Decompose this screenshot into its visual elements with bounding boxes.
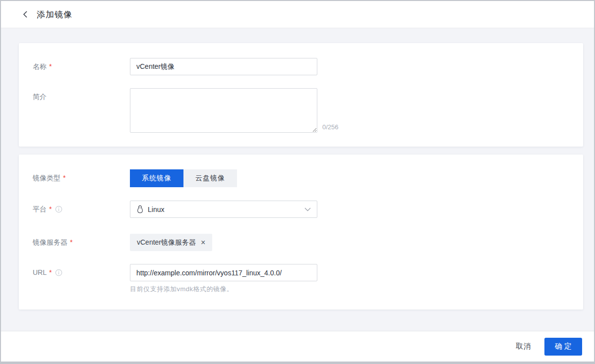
- char-counter: 0/256: [322, 123, 339, 133]
- info-icon[interactable]: [55, 269, 62, 276]
- platform-select-value: Linux: [148, 206, 300, 213]
- description-field-wrap: 0/256: [130, 88, 339, 133]
- url-field-wrap: 目前仅支持添加vmdk格式的镜像。: [130, 264, 317, 294]
- action-footer: 取消 确定: [1, 331, 594, 362]
- platform-select[interactable]: Linux: [130, 201, 317, 218]
- image-server-tag-text: vCenter镜像服务器: [137, 238, 196, 247]
- image-detail-card: 镜像类型 * 系统镜像 云盘镜像 平台 *: [19, 155, 583, 310]
- url-row: URL * 目前仅支持添加vmdk格式的镜像。: [19, 264, 583, 294]
- url-label: URL *: [33, 264, 130, 281]
- required-mark: *: [49, 264, 52, 281]
- name-label: 名称 *: [33, 58, 130, 75]
- required-mark: *: [49, 201, 52, 217]
- image-server-row: 镜像服务器 * vCenter镜像服务器 ×: [19, 234, 583, 251]
- description-textarea[interactable]: [130, 88, 317, 133]
- description-label: 简介: [33, 88, 130, 105]
- required-mark: *: [70, 234, 72, 251]
- linux-penguin-icon: [136, 205, 144, 213]
- image-type-toggle-group: 系统镜像 云盘镜像: [130, 169, 237, 187]
- image-type-row: 镜像类型 * 系统镜像 云盘镜像: [19, 169, 583, 187]
- name-input[interactable]: [130, 58, 317, 75]
- info-icon[interactable]: [55, 206, 62, 213]
- platform-row: 平台 *: [19, 201, 583, 218]
- basic-info-card: 名称 * 简介 0/256: [19, 43, 583, 147]
- page-header: 添加镜像: [1, 1, 594, 28]
- form-body: 名称 * 简介 0/256 镜像类型 *: [1, 28, 594, 331]
- page-title: 添加镜像: [37, 9, 72, 20]
- add-image-window: 添加镜像 名称 * 简介 0/256: [0, 0, 595, 364]
- required-mark: *: [63, 169, 65, 186]
- cancel-button[interactable]: 取消: [516, 342, 532, 351]
- url-input[interactable]: [130, 264, 317, 281]
- image-server-tag: vCenter镜像服务器 ×: [130, 234, 212, 251]
- description-row: 简介 0/256: [19, 88, 583, 133]
- platform-label: 平台 *: [33, 201, 130, 217]
- confirm-button[interactable]: 确定: [544, 338, 582, 356]
- back-icon[interactable]: [21, 10, 30, 19]
- url-hint: 目前仅支持添加vmdk格式的镜像。: [130, 285, 317, 294]
- toggle-volume-image[interactable]: 云盘镜像: [183, 169, 237, 187]
- remove-tag-icon[interactable]: ×: [201, 239, 205, 247]
- chevron-down-icon: [304, 208, 311, 211]
- image-server-label: 镜像服务器 *: [33, 234, 130, 251]
- required-mark: *: [49, 58, 52, 75]
- name-row: 名称 *: [19, 58, 583, 75]
- image-type-label: 镜像类型 *: [33, 169, 130, 186]
- toggle-system-image[interactable]: 系统镜像: [130, 169, 183, 187]
